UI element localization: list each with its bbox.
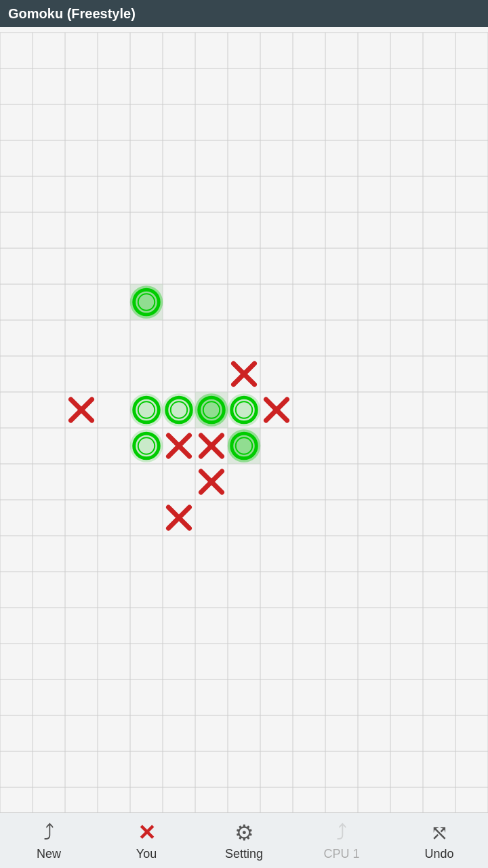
- cpu-label: CPU 1: [323, 847, 359, 861]
- undo-label: Undo: [424, 847, 453, 861]
- setting-button[interactable]: ⚙ Setting: [197, 813, 291, 869]
- cpu-button[interactable]: ⤴ CPU 1: [294, 813, 389, 869]
- title-bar: Gomoku (Freestyle): [0, 0, 488, 27]
- cpu-icon: ⤴: [336, 821, 347, 846]
- new-icon: ⤴: [43, 821, 54, 846]
- undo-button[interactable]: ⤲ Undo: [392, 813, 487, 869]
- app-title: Gomoku (Freestyle): [8, 6, 136, 22]
- grid: [0, 27, 488, 812]
- undo-icon: ⤲: [430, 820, 449, 846]
- you-button[interactable]: ✕ You: [99, 813, 194, 869]
- new-label: New: [37, 847, 61, 861]
- you-label: You: [136, 847, 157, 861]
- new-button[interactable]: ⤴ New: [1, 813, 96, 869]
- you-icon: ✕: [138, 820, 156, 846]
- setting-label: Setting: [225, 847, 263, 861]
- footer: ⤴ New ✕ You ⚙ Setting ⤴ CPU 1 ⤲ Undo: [0, 812, 488, 868]
- setting-icon: ⚙: [235, 820, 254, 846]
- board-area[interactable]: [0, 27, 488, 812]
